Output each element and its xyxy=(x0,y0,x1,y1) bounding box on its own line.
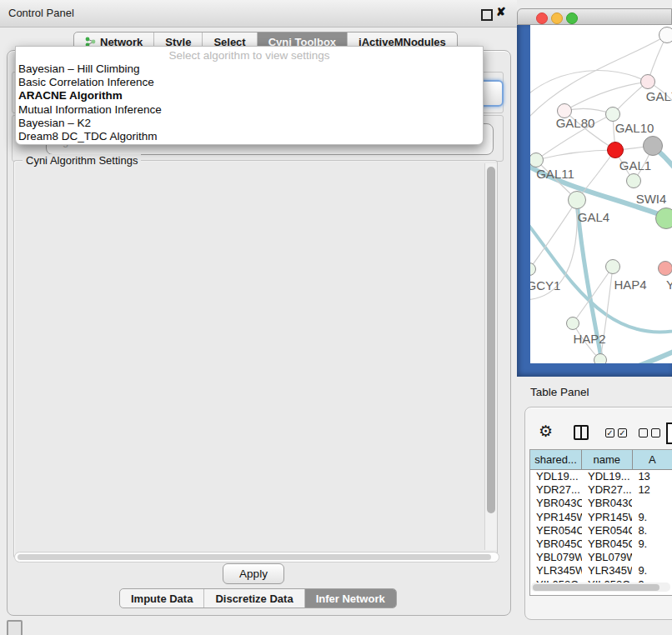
table-cell: YLR345W xyxy=(582,564,632,578)
node-bottom-node[interactable] xyxy=(594,353,607,363)
minimized-panel-icon[interactable] xyxy=(7,620,23,635)
node-label-gal7: GAL7 xyxy=(646,89,672,103)
node-hap2[interactable] xyxy=(566,317,579,330)
table-row[interactable]: YDR27...YDR27...12 xyxy=(530,483,672,497)
table-cell: 9. xyxy=(632,538,672,551)
table-cell: YER054C xyxy=(530,524,582,538)
cyni-bottom-tabs: Impute DataDiscretize DataInfer Network xyxy=(119,588,397,608)
table-cell: 9. xyxy=(632,564,672,578)
select-all-columns-icon[interactable]: ✓✓ xyxy=(605,428,627,438)
minimize-traffic-light[interactable] xyxy=(551,12,563,24)
algorithm-option-mutual-information-inference[interactable]: Mutual Information Inference xyxy=(16,103,483,117)
node-label-gal80: GAL80 xyxy=(556,116,595,130)
node-label-y: Y xyxy=(666,278,672,292)
table-cell: YBR043C xyxy=(530,497,582,510)
control-panel-titlebar xyxy=(0,0,517,28)
tab-impute-data[interactable]: Impute Data xyxy=(120,589,203,608)
table-cell xyxy=(632,497,672,510)
table-horizontal-scrollbar[interactable] xyxy=(531,582,670,592)
algorithm-popup-placeholder: Select algorithm to view settings xyxy=(16,47,483,62)
node-label-gal10: GAL10 xyxy=(615,121,654,135)
node-table[interactable]: shared...nameA YDL19...YDL19...13YDR27..… xyxy=(529,449,672,596)
table-cell: YBL079W xyxy=(530,551,582,564)
table-row[interactable]: YBR045CYBR045C9. xyxy=(530,538,672,551)
node-label-gal4: GAL4 xyxy=(578,210,609,224)
node-salmon-node[interactable] xyxy=(658,261,672,276)
tab-discretize-data[interactable]: Discretize Data xyxy=(203,589,303,608)
table-panel-title: Table Panel xyxy=(530,386,589,398)
node-label-swi4: SWI4 xyxy=(636,192,667,206)
node-label-hap2: HAP2 xyxy=(573,332,605,346)
node-label-gal11: GAL11 xyxy=(536,167,574,181)
node-label-gal1: GAL1 xyxy=(619,158,651,172)
algorithm-option-aracne-algorithm[interactable]: ARACNE Algorithm xyxy=(16,89,483,102)
columns-icon[interactable] xyxy=(574,425,589,440)
export-table-icon[interactable] xyxy=(666,422,672,444)
column-header-name[interactable]: name xyxy=(582,450,632,469)
apply-button[interactable]: Apply xyxy=(223,563,284,584)
node-top-right[interactable] xyxy=(659,27,672,43)
cyni-settings-title: Cyni Algorithm Settings xyxy=(23,154,141,167)
table-cell: 13 xyxy=(632,470,672,483)
algorithm-option-dream8-dc-tdc-algorithm[interactable]: Dream8 DC_TDC Algorithm xyxy=(16,130,483,143)
node-label-hap4: HAP4 xyxy=(614,278,646,292)
table-cell: YDR27... xyxy=(530,483,582,497)
table-cell: YDR27... xyxy=(582,483,632,497)
table-row[interactable]: YBL079WYBL079W xyxy=(530,551,672,564)
table-cell: YBL079W xyxy=(582,551,632,564)
node-label-gcy1: GCY1 xyxy=(530,278,560,292)
node-hap4[interactable] xyxy=(605,259,620,274)
table-horizontal-scrollbar-thumb[interactable] xyxy=(533,584,659,591)
table-cell: YER054C xyxy=(582,524,632,538)
table-row[interactable]: YER054CYER054C8. xyxy=(530,524,672,538)
tab-infer-network[interactable]: Infer Network xyxy=(304,589,396,608)
settings-vertical-scrollbar-thumb[interactable] xyxy=(487,167,495,513)
settings-vertical-scrollbar[interactable] xyxy=(484,163,497,550)
node-gal1-red[interactable] xyxy=(607,142,624,158)
algorithm-option-bayesian-hill-climbing[interactable]: Bayesian – Hill Climbing xyxy=(16,62,483,76)
close-icon[interactable]: ✘ xyxy=(496,5,506,18)
algorithm-dropdown-popup: Select algorithm to view settings Bayesi… xyxy=(15,46,484,145)
control-panel-title: Control Panel xyxy=(8,7,74,19)
table-cell: YBR045C xyxy=(530,538,582,551)
table-row[interactable]: YPR145WYPR145W9. xyxy=(530,511,672,524)
table-cell: 12 xyxy=(632,483,672,497)
node-big-green[interactable] xyxy=(655,208,672,229)
network-window-titlebar[interactable] xyxy=(517,8,672,25)
node-gray-node[interactable] xyxy=(643,136,663,156)
gear-icon[interactable]: ⚙ xyxy=(539,422,553,441)
settings-horizontal-scrollbar[interactable] xyxy=(14,552,499,562)
zoom-traffic-light[interactable] xyxy=(566,12,578,24)
deselect-all-columns-icon[interactable] xyxy=(639,428,660,438)
node-gal7[interactable] xyxy=(640,74,655,89)
table-row[interactable]: YLR345WYLR345W9. xyxy=(530,564,672,578)
table-cell: 8. xyxy=(632,524,672,538)
node-swi4-node[interactable] xyxy=(626,173,641,188)
algorithm-option-basic-correlation-inference[interactable]: Basic Correlation Inference xyxy=(16,76,483,89)
column-header-a[interactable]: A xyxy=(633,450,672,469)
table-cell xyxy=(632,551,672,564)
table-cell: YLR345W xyxy=(530,564,582,578)
table-cell: YPR145W xyxy=(530,511,582,524)
table-cell: 9. xyxy=(632,511,672,524)
node-gal4[interactable] xyxy=(568,191,586,209)
float-window-icon[interactable] xyxy=(481,9,493,21)
table-row[interactable]: YDL19...YDL19...13 xyxy=(530,470,672,483)
table-cell: YPR145W xyxy=(582,511,632,524)
screenshot-root: Control Panel ✘ gal-filtered sif default… xyxy=(0,0,672,635)
node-gal10[interactable] xyxy=(605,107,620,122)
settings-horizontal-scrollbar-thumb[interactable] xyxy=(18,554,491,560)
algorithm-popup-items: Bayesian – Hill ClimbingBasic Correlatio… xyxy=(16,62,483,143)
close-traffic-light[interactable] xyxy=(536,12,548,24)
cyni-settings-group: Cyni Algorithm Settings xyxy=(13,160,498,558)
table-cell: YDL19... xyxy=(582,470,632,483)
table-cell: YDL19... xyxy=(530,470,582,483)
network-canvas[interactable]: GAL7GAL80GAL10GAL1GAL11SWI4GAL4GCY1HAP4Y… xyxy=(530,25,672,363)
algorithm-option-bayesian-k2[interactable]: Bayesian – K2 xyxy=(16,117,483,130)
table-cell: YBR043C xyxy=(582,497,632,510)
table-header-row: shared...nameA xyxy=(530,450,672,470)
table-row[interactable]: YBR043CYBR043C xyxy=(530,497,672,510)
table-cell: YBR045C xyxy=(582,538,632,551)
column-header-shared[interactable]: shared... xyxy=(530,450,582,469)
